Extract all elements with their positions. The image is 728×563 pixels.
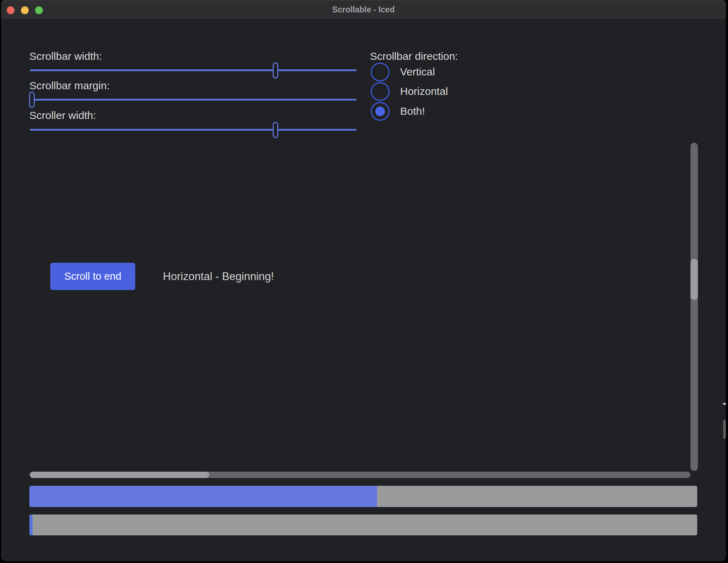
radio-circle-icon[interactable] (371, 82, 389, 101)
scroll-status-text: Horizontal - Beginning! (163, 263, 274, 290)
slider-handle[interactable] (29, 92, 35, 108)
radio-circle-icon[interactable] (371, 102, 389, 121)
slider-rail[interactable] (30, 99, 357, 101)
window-title: Scrollable - Iced (1, 0, 726, 19)
vertical-progress-fill (29, 486, 377, 507)
radio-circle-icon[interactable] (371, 63, 389, 81)
outer-scrollbar-thumb[interactable] (723, 420, 726, 439)
horizontal-progress-fill (29, 514, 33, 535)
radio-dot (375, 107, 385, 116)
slider-label-scrollbar-margin: Scrollbar margin: (29, 78, 110, 93)
slider-rail[interactable] (30, 129, 357, 131)
slider-label-scroller-width: Scroller width: (29, 108, 96, 123)
scrollbar-direction-label: Scrollbar direction: (370, 49, 458, 64)
slider-rail[interactable] (30, 69, 357, 71)
slider-label-scrollbar-width: Scrollbar width: (29, 49, 102, 64)
vertical-scrollbar[interactable] (690, 143, 698, 471)
horizontal-scrollbar[interactable] (30, 472, 690, 478)
scroller-width-slider[interactable] (30, 122, 357, 138)
outer-scrollbar-tick (723, 403, 726, 405)
vertical-progress-bar (29, 486, 697, 507)
slider-handle[interactable] (273, 62, 278, 79)
scrollbar-width-slider[interactable] (30, 62, 357, 79)
horizontal-progress-bar (29, 514, 697, 535)
slider-handle[interactable] (273, 122, 278, 138)
radio-label-both: Both! (400, 104, 425, 119)
horizontal-scrollbar-thumb[interactable] (30, 472, 209, 478)
titlebar: Scrollable - Iced (1, 0, 726, 19)
radio-label-horizontal: Horizontal (400, 84, 448, 99)
scroll-to-end-button[interactable]: Scroll to end (50, 263, 135, 290)
vertical-scrollbar-thumb[interactable] (690, 259, 698, 300)
scrollbar-margin-slider[interactable] (30, 92, 357, 108)
radio-label-vertical: Vertical (400, 64, 435, 79)
app-window: Scrollable - Iced Scrollbar width: Scrol… (1, 0, 726, 561)
